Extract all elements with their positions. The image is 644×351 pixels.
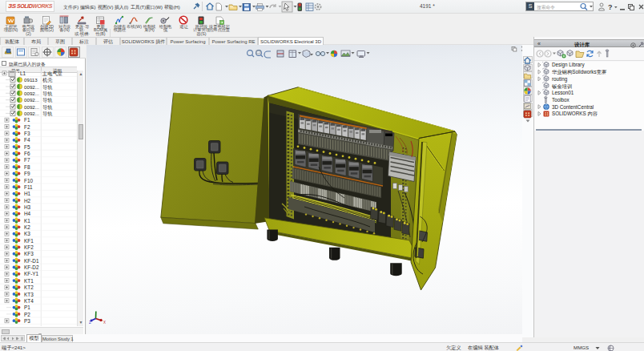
svg-text:导轨: 导轨: [42, 84, 53, 90]
svg-text:Toolbox: Toolbox: [552, 97, 570, 103]
svg-text:H3: H3: [24, 204, 31, 210]
svg-text:KF3: KF3: [24, 251, 34, 256]
svg-text:机壳: 机壳: [42, 77, 52, 83]
svg-text:KT3: KT3: [24, 292, 34, 297]
svg-text:Z: Z: [89, 321, 91, 325]
svg-text:P1: P1: [24, 305, 30, 310]
svg-text:K1: K1: [24, 218, 30, 224]
svg-text:0092...: 0092...: [24, 84, 39, 90]
svg-text:F6: F6: [24, 151, 30, 156]
svg-text:KT2: KT2: [24, 284, 34, 290]
svg-text:0092...: 0092...: [24, 111, 39, 116]
svg-text:Lesson01: Lesson01: [552, 90, 574, 95]
svg-text:KF1: KF1: [24, 238, 34, 244]
svg-text:F1: F1: [24, 117, 30, 123]
svg-text:KT4: KT4: [24, 298, 34, 304]
svg-text:F7: F7: [24, 157, 30, 163]
svg-text:K2: K2: [24, 224, 30, 230]
svg-text:F8: F8: [24, 164, 30, 170]
svg-text:F9: F9: [24, 171, 30, 176]
svg-text:F2: F2: [24, 124, 30, 130]
svg-text:华业钢构Solidworks竞赛: 华业钢构Solidworks竞赛: [552, 69, 606, 75]
svg-text:P2: P2: [24, 312, 30, 317]
svg-text:KF-D2: KF-D2: [24, 264, 39, 270]
svg-text:主电气室: 主电气室: [42, 71, 62, 76]
svg-text:导轨: 导轨: [42, 104, 53, 110]
svg-text:SOLIDWORKS 内容: SOLIDWORKS 内容: [552, 111, 598, 117]
svg-text:导轨: 导轨: [42, 91, 53, 96]
svg-text:routing: routing: [552, 76, 568, 83]
svg-text:H4: H4: [24, 211, 31, 216]
svg-text:KF2: KF2: [24, 244, 34, 250]
svg-text:?: ?: [608, 3, 613, 11]
svg-text:H1: H1: [24, 191, 31, 196]
svg-text:KF-D1: KF-D1: [24, 258, 39, 264]
svg-text:L1: L1: [20, 71, 26, 76]
svg-text:钣金培训: 钣金培训: [551, 83, 572, 90]
svg-text:导轨: 导轨: [42, 111, 53, 116]
svg-text:导轨: 导轨: [42, 97, 53, 103]
svg-text:H2: H2: [24, 198, 31, 204]
svg-text:09113: 09113: [24, 77, 38, 83]
svg-text:F11: F11: [24, 184, 33, 190]
svg-text:K3: K3: [24, 231, 30, 236]
svg-text:F5: F5: [24, 144, 30, 150]
svg-text:0092...: 0092...: [24, 104, 39, 110]
svg-text:0092...: 0092...: [24, 91, 39, 96]
svg-text:F10: F10: [24, 178, 33, 184]
svg-text:3D ContentCentral: 3D ContentCentral: [552, 104, 594, 110]
svg-text:F4: F4: [24, 137, 30, 143]
svg-text:KF-Y1: KF-Y1: [24, 271, 39, 276]
svg-text:P3: P3: [24, 318, 30, 324]
svg-text:F3: F3: [24, 131, 30, 136]
svg-text:X: X: [103, 321, 106, 325]
svg-text:Design Library: Design Library: [552, 62, 585, 68]
svg-text:KT1: KT1: [24, 278, 34, 284]
svg-text:0092...: 0092...: [24, 97, 39, 103]
